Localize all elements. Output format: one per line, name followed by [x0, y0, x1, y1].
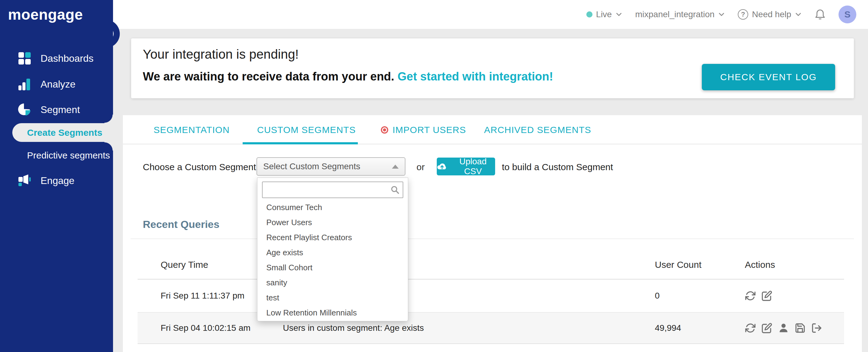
tab-archived-segments[interactable]: ARCHIVED SEGMENTS — [484, 115, 591, 145]
moengage-logo: moengage — [8, 6, 83, 23]
need-help-menu[interactable]: ? Need help — [738, 9, 802, 20]
recent-queries-table: Query Time User Count Actions Fri Sep 11… — [137, 250, 844, 344]
save-segment-icon[interactable] — [795, 322, 806, 333]
sidebar: moengage Dashboards Analyze Segment — [0, 0, 113, 352]
sidebar-item-create-segments[interactable]: Create Segments — [12, 123, 113, 142]
live-label: Live — [596, 9, 612, 19]
dashboards-icon — [18, 52, 31, 65]
sidebar-item-label: Engage — [40, 175, 74, 187]
tab-label: ARCHIVED SEGMENTS — [484, 125, 591, 135]
sidebar-item-predictive-segments[interactable]: Predictive segments — [15, 147, 113, 164]
user-count-cell: 0 — [655, 291, 660, 301]
cloud-upload-icon — [437, 162, 447, 171]
chevron-down-icon — [795, 12, 802, 17]
rerun-query-icon[interactable] — [745, 322, 756, 333]
search-icon — [391, 185, 400, 194]
sidebar-curve-bottom — [104, 142, 113, 151]
user-count-cell: 49,994 — [655, 323, 681, 333]
active-tab-underline — [243, 142, 358, 145]
sidebar-item-label: Analyze — [40, 78, 75, 90]
get-started-link[interactable]: Get started with integration! — [398, 70, 553, 83]
dropdown-option[interactable]: Low Retention Millennials — [257, 305, 408, 320]
banner-message-text: We are waiting to receive data from your… — [143, 70, 398, 83]
sidebar-item-label: Create Segments — [27, 127, 102, 138]
sidebar-item-label: Segment — [40, 104, 80, 116]
segments-panel: SEGMENTATION CUSTOM SEGMENTS IMPORT USER… — [123, 115, 862, 352]
build-segment-suffix-label: to build a Custom Segment — [502, 162, 613, 172]
column-user-count: User Count — [655, 260, 702, 270]
rerun-query-icon[interactable] — [745, 290, 756, 301]
live-status-dot — [586, 11, 592, 18]
recent-queries-heading: Recent Queries — [143, 218, 219, 230]
dropdown-option[interactable]: test — [257, 290, 408, 305]
sidebar-curve-top — [104, 115, 113, 123]
engage-icon — [18, 174, 31, 187]
dropdown-option[interactable]: Consumer Tech — [257, 200, 408, 215]
notifications-bell-icon[interactable] — [814, 9, 826, 20]
environment-switcher[interactable]: Live — [586, 9, 622, 19]
table-row: Fri Sep 11 1:11:37 pm 0 — [137, 280, 844, 313]
tab-label: IMPORT USERS — [393, 125, 466, 135]
tab-label: CUSTOM SEGMENTS — [257, 125, 356, 135]
avatar[interactable]: S — [838, 5, 856, 23]
dropdown-option[interactable]: Power Users — [257, 215, 408, 230]
sidebar-item-engage[interactable]: Engage — [0, 168, 113, 193]
column-query-time: Query Time — [161, 260, 208, 270]
export-icon[interactable] — [811, 322, 822, 333]
integration-pending-banner: Your integration is pending! We are wait… — [131, 38, 854, 98]
actions-cell — [745, 290, 773, 301]
dropdown-option[interactable]: Small Cohort — [257, 260, 408, 275]
check-event-log-button[interactable]: CHECK EVENT LOG — [702, 64, 835, 90]
workspace-switcher[interactable]: mixpanel_integration — [635, 9, 725, 19]
sidebar-item-label: Dashboards — [40, 53, 94, 64]
triangle-up-icon — [392, 165, 399, 169]
tabs-bar: SEGMENTATION CUSTOM SEGMENTS IMPORT USER… — [123, 115, 862, 145]
sidebar-item-dashboards[interactable]: Dashboards — [0, 45, 113, 71]
need-help-label: Need help — [752, 9, 791, 19]
chevron-down-icon — [616, 12, 622, 17]
segment-icon — [18, 103, 31, 117]
query-info-cell: Users in custom segment: Age exists — [283, 323, 424, 333]
search-input[interactable] — [262, 182, 403, 198]
tab-label: SEGMENTATION — [154, 125, 230, 135]
banner-title: Your integration is pending! — [143, 47, 299, 62]
table-header-row: Query Time User Count Actions — [137, 250, 844, 280]
tab-segmentation[interactable]: SEGMENTATION — [154, 115, 230, 145]
dropdown-option[interactable]: Recent Playlist Creators — [257, 230, 408, 245]
query-time-cell: Fri Sep 11 1:11:37 pm — [161, 291, 245, 301]
custom-segment-select[interactable]: Select Custom Segments — [256, 157, 405, 176]
upload-csv-label: Upload CSV — [451, 157, 495, 176]
edit-query-icon[interactable] — [762, 322, 773, 333]
banner-message: We are waiting to receive data from your… — [143, 70, 553, 83]
help-icon: ? — [738, 9, 748, 20]
upload-csv-button[interactable]: Upload CSV — [437, 158, 495, 175]
analyze-icon — [18, 77, 31, 91]
dropdown-option[interactable]: sanity — [257, 275, 408, 290]
or-label: or — [416, 162, 425, 172]
dropdown-search — [262, 182, 403, 198]
tab-custom-segments[interactable]: CUSTOM SEGMENTS — [257, 115, 356, 145]
table-row: Fri Sep 04 10:02:15 am Users in custom s… — [137, 313, 844, 344]
top-bar: Live mixpanel_integration ? Need help S — [113, 0, 868, 29]
sidebar-item-label: Predictive segments — [27, 150, 110, 161]
column-actions: Actions — [745, 260, 775, 270]
edit-query-icon[interactable] — [762, 290, 773, 301]
custom-segments-dropdown: Consumer Tech Power Users Recent Playlis… — [257, 178, 408, 321]
query-time-cell: Fri Sep 04 10:02:15 am — [161, 323, 251, 333]
sidebar-item-segment[interactable]: Segment — [0, 97, 113, 123]
workspace-name: mixpanel_integration — [635, 9, 714, 19]
chevron-down-icon — [718, 12, 725, 17]
dropdown-option[interactable]: Age exists — [257, 245, 408, 260]
tab-import-users[interactable]: IMPORT USERS — [381, 115, 466, 145]
actions-cell — [745, 322, 822, 333]
select-value: Select Custom Segments — [263, 162, 360, 171]
sidebar-item-analyze[interactable]: Analyze — [0, 71, 113, 97]
view-users-icon[interactable] — [778, 322, 789, 333]
choose-custom-segment-label: Choose a Custom Segment: — [143, 162, 259, 172]
import-users-dot-icon — [381, 126, 388, 134]
